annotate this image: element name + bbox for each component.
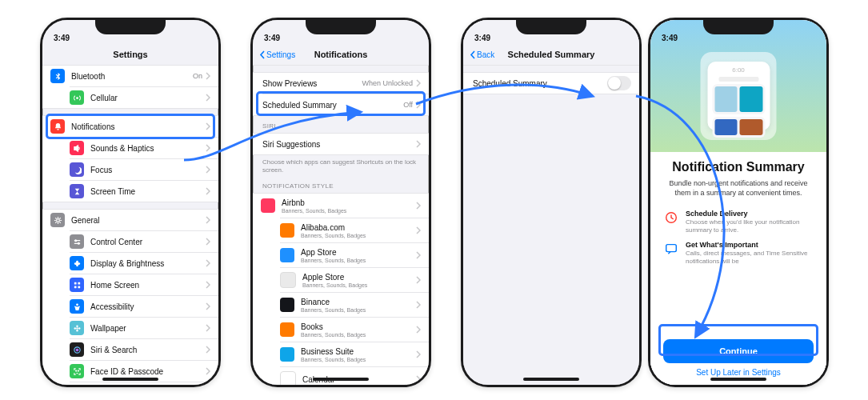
app-row[interactable]: BinanceBanners, Sounds, Badges [280, 292, 429, 317]
chevron-right-icon [416, 202, 421, 210]
chevron-right-icon [206, 367, 210, 375]
row-bluetooth[interactable]: Bluetooth On [42, 66, 218, 86]
row-screentime[interactable]: Screen Time [70, 180, 218, 202]
app-row[interactable]: App StoreBanners, Sounds, Badges [280, 242, 429, 267]
row-label: Bluetooth [71, 72, 193, 81]
svg-point-24 [75, 348, 78, 351]
app-icon [280, 347, 294, 362]
row-summary-toggle[interactable]: Scheduled Summary [463, 73, 639, 94]
app-label: Books [301, 322, 416, 331]
notch [703, 20, 774, 34]
chevron-right-icon [206, 346, 210, 354]
moon-icon [70, 162, 84, 177]
continue-button[interactable]: Continue [663, 339, 814, 363]
app-sub: Banners, Sounds, Badges [301, 258, 416, 263]
app-row[interactable]: Apple StoreBanners, Sounds, Badges [280, 267, 429, 292]
home-indicator [102, 378, 158, 381]
chevron-right-icon [416, 276, 421, 284]
row-controlcenter[interactable]: Control Center [70, 230, 218, 252]
app-label: Alibaba.com [301, 223, 416, 232]
back-button[interactable]: Back [470, 44, 494, 65]
app-row[interactable]: Calendar [280, 366, 429, 385]
app-sub: Banners, Sounds, Badges [301, 233, 416, 238]
app-icon [280, 298, 294, 312]
chevron-right-icon [206, 238, 210, 246]
hero-time: 6:00 [712, 66, 765, 74]
row-wallpaper[interactable]: Wallpaper [70, 317, 218, 338]
row-label: Siri & Search [90, 346, 206, 354]
speaker-icon [70, 141, 84, 155]
home-indicator [710, 378, 766, 381]
sheet-title: Notification Summary [663, 160, 814, 174]
notch [95, 20, 166, 34]
svg-point-19 [76, 325, 78, 326]
app-label: Airbnb [282, 198, 416, 207]
chevron-right-icon [416, 79, 421, 87]
status-time: 3:49 [264, 34, 280, 42]
navbar-notifications: Settings Notifications [253, 44, 429, 66]
svg-point-10 [78, 242, 79, 244]
chevron-right-icon [206, 302, 210, 310]
row-general[interactable]: General [42, 210, 218, 230]
row-siri[interactable]: Siri & Search [70, 338, 218, 360]
row-show-previews[interactable]: Show Previews When Unlocked [253, 73, 429, 94]
app-row[interactable]: Alibaba.comBanners, Sounds, Badges [280, 218, 429, 242]
row-scheduled-summary[interactable]: Scheduled Summary Off [262, 94, 429, 115]
gear-icon [50, 213, 65, 227]
phone-summary-onboarding: 3:49 6:00 [648, 18, 829, 387]
status-time: 3:49 [54, 34, 70, 42]
app-icon [261, 198, 275, 213]
feature-body: Choose when you'd like your notification… [686, 218, 814, 234]
svg-point-17 [76, 303, 78, 306]
svg-point-18 [76, 327, 78, 329]
row-display[interactable]: Display & Brightness [70, 252, 218, 274]
row-label: Notifications [71, 122, 206, 131]
app-icon [280, 371, 296, 385]
app-label: Business Suite [301, 347, 416, 356]
group-header-siri: SIRI [253, 116, 429, 133]
svg-point-9 [74, 239, 76, 241]
row-sounds[interactable]: Sounds & Haptics [70, 137, 218, 158]
chevron-left-icon [259, 50, 265, 59]
message-icon [663, 241, 679, 257]
chevron-right-icon [416, 301, 421, 309]
row-sos[interactable]: SOS Emergency SOS [70, 382, 218, 385]
phone-notifications: 3:49 Settings Notifications Show Preview… [250, 18, 431, 387]
phone-summary-toggle: 3:49 Back Scheduled Summary Scheduled Su… [461, 18, 642, 387]
bell-icon [50, 119, 65, 134]
row-label: Home Screen [90, 281, 206, 290]
svg-point-21 [74, 327, 75, 329]
back-button[interactable]: Settings [259, 44, 295, 65]
screen-scheduled-summary: 3:49 Back Scheduled Summary Scheduled Su… [463, 20, 639, 385]
cellular-icon [70, 90, 84, 105]
row-notifications[interactable]: Notifications [42, 116, 218, 137]
row-homescreen[interactable]: Home Screen [70, 274, 218, 295]
navbar-title: Notifications [314, 50, 368, 59]
chevron-right-icon [416, 101, 421, 109]
app-label: Binance [301, 298, 416, 306]
row-cellular[interactable]: Cellular [70, 86, 218, 108]
row-label: Wallpaper [90, 324, 206, 333]
svg-point-26 [78, 370, 78, 371]
row-value: On [193, 72, 202, 80]
row-focus[interactable]: Focus [70, 158, 218, 180]
app-sub: Banners, Sounds, Badges [301, 332, 416, 338]
toggle-off[interactable] [607, 76, 631, 90]
setup-later-link[interactable]: Set Up Later in Settings [663, 368, 814, 377]
app-row[interactable]: BooksBanners, Sounds, Badges [280, 317, 429, 342]
row-label: Face ID & Passcode [90, 367, 206, 376]
row-siri-suggestions[interactable]: Siri Suggestions [253, 134, 429, 154]
feature-schedule: Schedule Delivery Choose when you'd like… [663, 210, 814, 234]
hourglass-icon [70, 184, 84, 198]
app-icon [280, 248, 294, 262]
row-label: Cellular [90, 94, 206, 102]
chevron-left-icon [470, 50, 475, 59]
svg-point-25 [75, 370, 76, 371]
app-sub: Banners, Sounds, Badges [301, 357, 416, 362]
app-row[interactable]: Business SuiteBanners, Sounds, Badges [280, 342, 429, 366]
row-label: Show Previews [262, 79, 362, 88]
app-row[interactable]: AirbnbBanners, Sounds, Badges [253, 194, 429, 218]
row-accessibility[interactable]: Accessibility [70, 295, 218, 317]
status-time: 3:49 [662, 34, 678, 42]
svg-rect-12 [74, 262, 79, 265]
